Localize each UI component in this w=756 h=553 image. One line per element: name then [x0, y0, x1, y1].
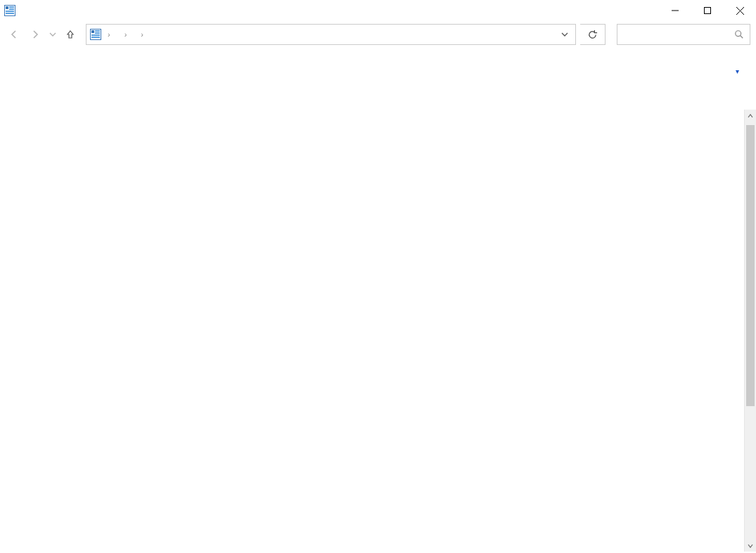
svg-rect-2 — [9, 6, 14, 8]
svg-rect-14 — [91, 34, 100, 36]
svg-rect-11 — [91, 30, 94, 33]
svg-rect-13 — [95, 32, 100, 34]
breadcrumb-item[interactable] — [132, 33, 135, 36]
content-area — [6, 110, 743, 549]
address-bar[interactable]: › › › — [86, 24, 576, 45]
svg-rect-3 — [9, 8, 14, 10]
scroll-down-arrow[interactable] — [745, 540, 756, 552]
forward-button[interactable] — [27, 26, 44, 43]
breadcrumb-item[interactable] — [116, 33, 119, 36]
content-header: ▾ — [0, 48, 756, 82]
chevron-right-icon[interactable]: › — [138, 30, 146, 39]
control-panel-app-icon — [4, 5, 15, 16]
window-controls — [659, 0, 756, 21]
scroll-thumb[interactable] — [746, 125, 755, 406]
chevron-down-icon: ▾ — [736, 67, 739, 75]
chevron-right-icon[interactable]: › — [105, 30, 113, 39]
search-icon — [734, 30, 744, 39]
refresh-button[interactable] — [580, 24, 606, 45]
view-by-selector[interactable]: ▾ — [724, 67, 739, 75]
vertical-scrollbar[interactable] — [744, 110, 756, 552]
search-input[interactable] — [617, 24, 750, 45]
back-button[interactable] — [6, 26, 23, 43]
svg-rect-1 — [6, 6, 8, 9]
minimize-button[interactable] — [659, 0, 691, 21]
svg-rect-5 — [6, 13, 14, 14]
control-panel-location-icon — [89, 28, 102, 41]
recent-locations-dropdown[interactable] — [48, 26, 58, 43]
up-button[interactable] — [62, 26, 79, 43]
chevron-right-icon[interactable]: › — [122, 30, 130, 39]
svg-rect-7 — [705, 8, 711, 14]
svg-rect-12 — [95, 30, 100, 32]
address-dropdown[interactable] — [557, 31, 572, 38]
svg-rect-4 — [6, 11, 14, 12]
navbar: › › › — [0, 21, 756, 48]
svg-point-16 — [736, 31, 741, 37]
titlebar — [0, 0, 756, 21]
maximize-button[interactable] — [691, 0, 724, 21]
close-button[interactable] — [724, 0, 756, 21]
scroll-up-arrow[interactable] — [745, 110, 756, 122]
svg-rect-15 — [91, 37, 100, 38]
svg-line-17 — [741, 36, 743, 39]
